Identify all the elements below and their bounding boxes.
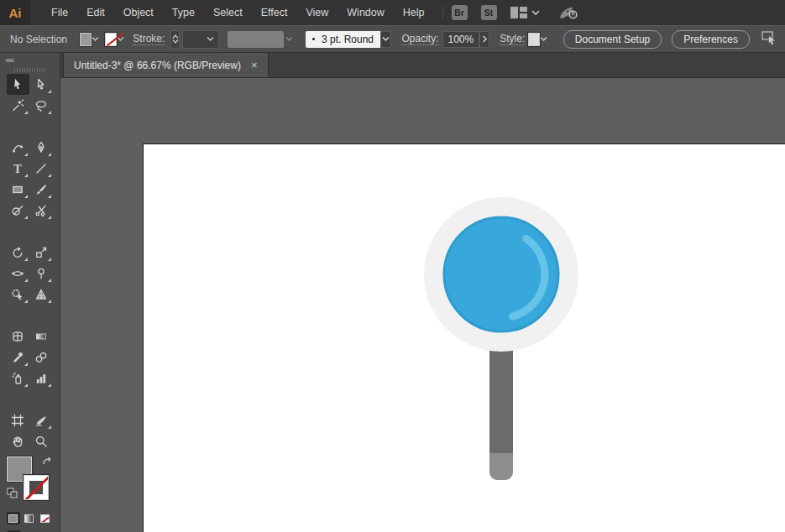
hand-tool[interactable]	[7, 430, 29, 451]
none-mode-button[interactable]	[39, 512, 52, 524]
workspace-switcher[interactable]	[510, 7, 540, 18]
stroke-weight-stepper[interactable]	[170, 30, 180, 49]
default-swatches-icon	[7, 488, 18, 498]
menu-window[interactable]: Window	[338, 0, 393, 25]
document-tab-title: Untitled-3* @ 66.67% (RGB/Preview)	[74, 60, 241, 71]
opacity-panel-link[interactable]: Opacity:	[401, 33, 438, 45]
menu-object[interactable]: Object	[114, 0, 163, 25]
mesh-tool[interactable]	[7, 326, 29, 347]
opacity-input[interactable]: 100%	[442, 31, 480, 48]
brush-preview-dot	[312, 38, 315, 40]
stroke-color-swatch[interactable]	[105, 33, 117, 46]
puppet-warp-pin-icon	[34, 267, 48, 280]
paintbrush-icon	[34, 183, 48, 196]
brush-definition-combo[interactable]: 3 pt. Round	[306, 31, 380, 48]
menu-type[interactable]: Type	[163, 0, 204, 25]
select-similar-button[interactable]	[761, 30, 778, 48]
zoom-tool[interactable]	[30, 430, 53, 451]
workspace-layout-icon	[510, 7, 527, 18]
scale-icon	[34, 246, 48, 259]
menu-bar: Ai File Edit Object Type Select Effect V…	[0, 0, 785, 25]
blend-icon	[34, 351, 48, 364]
tool-grid: T	[7, 74, 54, 451]
bridge-button[interactable]: Br	[452, 5, 468, 20]
selection-icon	[11, 78, 24, 91]
workspace: ««	[0, 53, 785, 532]
gpu-performance-button[interactable]	[558, 4, 580, 21]
paint-mode-buttons	[7, 512, 54, 524]
artboard-tool[interactable]	[7, 409, 29, 430]
magic-wand-icon	[11, 99, 24, 112]
shape-builder-tool[interactable]	[7, 284, 29, 305]
tab-close-icon[interactable]: ×	[251, 60, 258, 70]
type-icon: T	[11, 162, 24, 175]
gradient-mode-button[interactable]	[23, 512, 36, 524]
gradient-tool[interactable]	[30, 326, 53, 347]
magnifier-handle	[489, 348, 513, 454]
menu-file[interactable]: File	[42, 0, 77, 25]
column-graph-tool[interactable]	[30, 368, 53, 389]
artboard-cursor-icon	[761, 30, 778, 45]
brush-definition-dropdown[interactable]	[380, 31, 391, 48]
panel-drag-grip[interactable]	[14, 68, 46, 72]
width-tool[interactable]	[7, 263, 29, 284]
preferences-button[interactable]: Preferences	[672, 30, 750, 49]
width-icon	[11, 267, 24, 280]
lasso-icon	[34, 99, 48, 112]
type-tool[interactable]: T	[7, 158, 29, 179]
pen-tool[interactable]	[30, 137, 53, 158]
stroke-proxy-swatch[interactable]	[24, 475, 49, 500]
document-setup-button[interactable]: Document Setup	[563, 30, 662, 49]
curvature-tool[interactable]	[7, 137, 29, 158]
document-tab[interactable]: Untitled-3* @ 66.67% (RGB/Preview) ×	[63, 53, 269, 77]
line-segment-icon	[34, 162, 48, 175]
paintbrush-tool[interactable]	[30, 179, 53, 200]
canvas-viewport[interactable]	[60, 78, 785, 532]
tools-panel: ««	[0, 53, 60, 532]
selection-tool[interactable]	[7, 74, 29, 95]
magnifier-artwork[interactable]	[417, 197, 585, 499]
line-segment-tool[interactable]	[30, 158, 53, 179]
menu-help[interactable]: Help	[394, 0, 434, 25]
perspective-grid-tool[interactable]	[30, 284, 53, 305]
menu-view[interactable]: View	[296, 0, 338, 25]
rotate-tool[interactable]	[7, 242, 29, 263]
control-bar: No Selection Stroke: 3 pt. Round Opacity…	[0, 25, 785, 53]
menu-edit[interactable]: Edit	[77, 0, 114, 25]
blend-tool[interactable]	[30, 347, 53, 368]
fill-color-swatch[interactable]	[80, 33, 92, 46]
symbol-sprayer-tool[interactable]	[7, 368, 29, 389]
slice-tool[interactable]	[30, 409, 53, 430]
svg-text:T: T	[13, 163, 22, 175]
scale-tool[interactable]	[30, 242, 53, 263]
collapse-panel-button[interactable]: ««	[0, 53, 60, 65]
variable-width-dropdown	[285, 32, 294, 47]
scissors-tool[interactable]	[30, 200, 53, 221]
shaper-tool[interactable]	[7, 200, 29, 221]
stock-button[interactable]: St	[481, 5, 497, 20]
color-mode-button[interactable]	[7, 512, 20, 524]
lasso-tool[interactable]	[30, 95, 53, 116]
fill-color-dropdown[interactable]	[92, 32, 100, 47]
menu-effect[interactable]: Effect	[252, 0, 297, 25]
rectangle-icon	[11, 183, 24, 196]
graphic-style-swatch[interactable]	[528, 33, 540, 46]
eyedropper-tool[interactable]	[7, 347, 29, 368]
default-fill-stroke-button[interactable]	[7, 488, 18, 501]
style-panel-link[interactable]: Style:	[500, 33, 525, 45]
magnifier-handle-tip	[489, 453, 513, 480]
zoom-icon	[34, 435, 48, 448]
graphic-style-dropdown[interactable]	[540, 32, 548, 47]
opacity-presets-button[interactable]	[479, 31, 489, 48]
puppet-warp-tool[interactable]	[30, 263, 53, 284]
swap-fill-stroke-button[interactable]	[42, 456, 54, 470]
stroke-panel-link[interactable]: Stroke:	[133, 33, 165, 45]
eyedropper-icon	[11, 351, 24, 364]
rectangle-tool[interactable]	[7, 179, 29, 200]
selection-status: No Selection	[10, 34, 67, 45]
stroke-weight-combo[interactable]	[182, 30, 219, 49]
menu-select[interactable]: Select	[204, 0, 252, 25]
perspective-grid-icon	[34, 288, 48, 301]
magic-wand-tool[interactable]	[7, 95, 29, 116]
direct-selection-tool[interactable]	[30, 74, 53, 95]
